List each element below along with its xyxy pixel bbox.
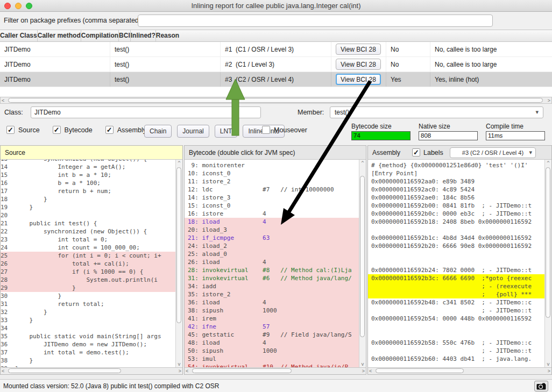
assembly-line[interactable]: # {method} {0x00000001251e86d0} 'test' '… xyxy=(368,161,544,169)
assembly-line[interactable]: 0x0000000116592aa0: e89b 3489 xyxy=(368,177,544,186)
checkbox[interactable]: ✓ xyxy=(53,126,61,134)
assembly-line[interactable]: 0x0000000116592b24: 7802 0000 ; - JITDem… xyxy=(368,266,544,274)
view-bci-button[interactable]: View BCI 28 xyxy=(336,59,381,70)
bytecode-line[interactable]: 15: iconst_0 xyxy=(185,202,359,210)
table-column-header[interactable]: Inlined? xyxy=(131,30,156,41)
scrollbar-thumb[interactable] xyxy=(176,167,181,323)
assembly-line[interactable]: 0x0000000116592b1c: 4b8d 34d4 0x00000001… xyxy=(368,234,544,242)
table-column-header[interactable]: Reason xyxy=(156,30,179,41)
table-row[interactable]: JITDemo test() #2 (C1 / Level 3) View BC… xyxy=(0,57,552,72)
bytecode-line[interactable]: 11: istore_2 xyxy=(185,177,359,186)
table-column-header[interactable]: Compilation xyxy=(81,30,119,41)
bytecode-line[interactable]: 26: iload 4 xyxy=(185,258,359,266)
table-column-header[interactable]: Caller method xyxy=(38,30,81,41)
source-code-area[interactable]: 13 synchronized (new Object()) { 14 Inte… xyxy=(1,160,182,368)
screenshot-button[interactable] xyxy=(534,381,548,391)
scroll-right-icon[interactable]: > xyxy=(548,368,550,374)
view-bci-button[interactable]: View BCI 28 xyxy=(336,74,381,85)
scroll-right-icon[interactable]: > xyxy=(362,368,365,374)
table-row[interactable]: JITDemo test() #3 (C2 / OSR / Level 4) V… xyxy=(0,72,552,87)
assembly-compilation-dropdown[interactable]: #3 (C2 / OSR / Level 4) ▾ xyxy=(450,147,536,158)
view-toggle[interactable]: ✓ Source xyxy=(6,126,40,134)
mouseover-toggle[interactable]: ✓ Mouseover xyxy=(262,126,307,134)
bytecode-line[interactable]: 21: if_icmpge 63 xyxy=(185,234,359,242)
action-button[interactable]: LNT xyxy=(215,125,238,138)
assembly-line[interactable]: 0x0000000116592b0c: 0000 eb3c ; - JITDem… xyxy=(368,210,544,218)
scroll-up-icon[interactable]: ^ xyxy=(359,160,366,166)
bytecode-horizontal-scrollbar[interactable]: < > xyxy=(185,367,366,374)
assembly-line[interactable] xyxy=(368,323,544,331)
bytecode-line[interactable]: 18: iload 4 xyxy=(185,218,359,226)
bytecode-line[interactable]: 10: iconst_0 xyxy=(185,169,359,177)
assembly-line[interactable]: 0x0000000116592b48: c341 8502 ; - JITDem… xyxy=(368,298,544,307)
source-horizontal-scrollbar[interactable]: < > xyxy=(1,367,182,374)
assembly-horizontal-scrollbar[interactable]: < > xyxy=(368,367,551,374)
scroll-left-icon[interactable]: < xyxy=(2,368,4,374)
scrollbar-thumb[interactable] xyxy=(192,368,292,373)
scroll-up-icon[interactable]: ^ xyxy=(176,160,182,166)
scroll-down-icon[interactable]: v xyxy=(359,361,366,367)
bytecode-line[interactable]: 28: invokevirtual #8 // Method cal:(I)Lj… xyxy=(185,266,359,274)
assembly-line[interactable]: 0x0000000116592ac0: 4c89 5424 xyxy=(368,186,544,194)
assembly-line[interactable]: 0x0000000116592b18: 2408 8beb 0x00000001… xyxy=(368,218,544,226)
scrollbar-thumb[interactable] xyxy=(8,98,543,103)
assembly-line[interactable] xyxy=(368,331,544,339)
action-button[interactable]: Journal xyxy=(177,125,209,138)
scroll-left-icon[interactable]: < xyxy=(186,368,188,374)
assembly-line[interactable]: ; - JITDemo::t xyxy=(368,307,544,315)
labels-toggle[interactable]: ✓ Labels xyxy=(412,148,443,156)
assembly-line[interactable]: 0x0000000116592ae0: 184c 8b56 xyxy=(368,194,544,202)
assembly-line[interactable]: 0x0000000116592b58: 550c 476b ; - JITDem… xyxy=(368,339,544,347)
scroll-left-icon[interactable]: < xyxy=(369,368,372,374)
bytecode-code-area[interactable]: 9: monitorenter 10: iconst_0 11: istore_… xyxy=(185,160,366,368)
assembly-line[interactable]: ; - (reexecute xyxy=(368,282,544,290)
scrollbar-thumb[interactable] xyxy=(546,167,550,318)
assembly-line[interactable]: 0x0000000116592b00: 0841 81fb ; - JITDem… xyxy=(368,202,544,210)
scrollbar-thumb[interactable] xyxy=(376,368,464,373)
bytecode-line[interactable]: 20: iload_3 xyxy=(185,226,359,234)
table-horizontal-scrollbar[interactable]: < > xyxy=(0,97,552,104)
checkbox[interactable]: ✓ xyxy=(6,126,15,134)
bytecode-line[interactable]: 34: iadd xyxy=(185,282,359,290)
member-dropdown[interactable]: test() ▾ xyxy=(330,106,543,118)
view-toggle[interactable]: ✓ Assembly xyxy=(105,126,146,134)
scroll-down-icon[interactable]: v xyxy=(176,361,182,367)
view-bci-button[interactable]: View BCI 28 xyxy=(336,44,381,55)
bytecode-line[interactable]: 45: getstatic #9 // Field java/lang/S xyxy=(185,331,359,339)
filter-input[interactable] xyxy=(138,15,493,27)
scroll-up-icon[interactable]: ^ xyxy=(545,160,551,166)
bytecode-line[interactable]: 36: iload 4 xyxy=(185,298,359,307)
bytecode-line[interactable]: 41: irem xyxy=(185,315,359,323)
scroll-right-icon[interactable]: > xyxy=(179,368,181,374)
assembly-line[interactable]: ; {poll} *** xyxy=(368,290,544,298)
scrollbar-thumb[interactable] xyxy=(8,368,121,373)
assembly-line[interactable]: 0x0000000116592b20: 6666 90e8 0x00000001… xyxy=(368,242,544,250)
assembly-line[interactable] xyxy=(368,258,544,266)
bytecode-line[interactable]: 50: sipush 1000 xyxy=(185,347,359,355)
scroll-left-icon[interactable]: < xyxy=(2,98,4,104)
bytecode-line[interactable]: 12: ldc #7 // int 10000000 xyxy=(185,186,359,194)
assembly-line[interactable] xyxy=(368,250,544,258)
table-row[interactable]: JITDemo test() #1 (C1 / OSR / Level 3) V… xyxy=(0,42,552,57)
bytecode-line[interactable]: 42: ifne 57 xyxy=(185,323,359,331)
mouseover-checkbox[interactable]: ✓ xyxy=(262,126,270,134)
bytecode-line[interactable]: 48: iload 4 xyxy=(185,339,359,347)
bytecode-line[interactable]: 24: iload_2 xyxy=(185,242,359,250)
assembly-vertical-scrollbar[interactable]: ^ v xyxy=(544,160,551,368)
assembly-line[interactable]: 0x0000000116592b3c: 6666 6690 ;*goto {re… xyxy=(368,274,544,282)
assembly-line[interactable]: [Entry Point] xyxy=(368,169,544,177)
scroll-right-icon[interactable]: > xyxy=(548,98,550,104)
checkbox[interactable]: ✓ xyxy=(105,126,114,134)
bytecode-vertical-scrollbar[interactable]: ^ v xyxy=(359,160,366,368)
action-button[interactable]: Chain xyxy=(144,125,172,138)
bytecode-line[interactable]: 16: istore 4 xyxy=(185,210,359,218)
bytecode-line[interactable]: 14: istore_3 xyxy=(185,194,359,202)
labels-checkbox[interactable]: ✓ xyxy=(412,148,420,156)
view-toggle[interactable]: ✓ Bytecode xyxy=(53,126,93,134)
assembly-line[interactable] xyxy=(368,226,544,234)
assembly-code-area[interactable]: # {method} {0x00000001251e86d0} 'test' '… xyxy=(368,160,551,368)
scrollbar-thumb[interactable] xyxy=(360,176,365,337)
bytecode-line[interactable]: 35: istore_2 xyxy=(185,290,359,298)
bytecode-line[interactable]: 9: monitorenter xyxy=(185,161,359,169)
scroll-down-icon[interactable]: v xyxy=(545,361,551,367)
